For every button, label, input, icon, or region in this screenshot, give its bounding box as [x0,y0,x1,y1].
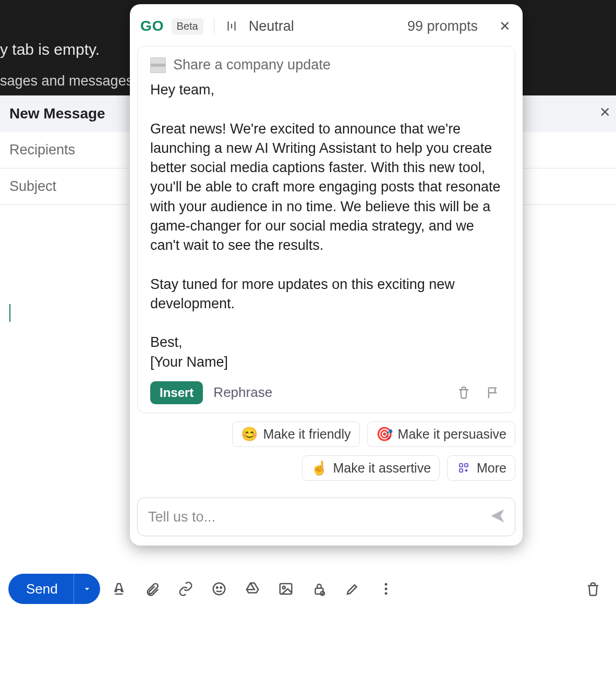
confidential-mode-icon[interactable] [305,574,334,603]
compose-minimize-icon[interactable]: ✕ [599,104,611,120]
more-label: More [477,461,506,476]
prompts-remaining[interactable]: 99 prompts [407,18,478,34]
prompt-input[interactable] [148,509,489,525]
send-button[interactable]: Send [8,574,74,604]
discard-draft-icon[interactable] [578,574,608,603]
flag-response-icon[interactable] [484,383,502,402]
response-body: Hey team, Great news! We're excited to a… [150,80,502,372]
insert-signature-icon[interactable] [338,574,367,603]
send-prompt-icon[interactable] [489,507,506,527]
make-friendly-label: Make it friendly [263,427,351,442]
make-assertive-label: Make it assertive [333,461,431,476]
go-logo: GO [140,18,164,34]
banner-line-2: sages and messages t [0,73,141,89]
svg-rect-11 [465,464,468,467]
subject-placeholder: Subject [9,178,56,195]
send-button-group: Send [8,574,100,604]
more-actions-button[interactable]: More [447,455,515,481]
target-icon: 🎯 [376,426,393,442]
text-format-icon[interactable] [104,574,134,603]
banner-line-1: y tab is empty. [0,41,100,58]
svg-point-2 [220,587,222,588]
quick-actions-row-2: ☝️ Make it assertive More [137,455,515,481]
assistant-panel: GO Beta Neutral 99 prompts ✕ Share a com… [130,4,523,546]
make-assertive-button[interactable]: ☝️ Make it assertive [302,455,440,481]
compose-body[interactable] [9,304,10,322]
assistant-header: GO Beta Neutral 99 prompts ✕ [137,11,515,41]
quick-actions-row-1: 😊 Make it friendly 🎯 Make it persuasive [137,421,515,447]
insert-button[interactable]: Insert [150,381,203,404]
smile-icon: 😊 [241,426,258,442]
delete-response-icon[interactable] [454,383,473,402]
make-persuasive-button[interactable]: 🎯 Make it persuasive [367,421,515,447]
text-cursor [9,304,10,322]
divider [214,18,214,34]
grid-icon [456,460,472,476]
pointing-icon: ☝️ [311,460,328,476]
more-options-icon[interactable] [371,574,401,603]
make-persuasive-label: Make it persuasive [398,427,506,442]
svg-point-0 [213,583,225,595]
svg-point-7 [384,583,387,586]
response-title-row: Share a company update [150,57,502,73]
newspaper-icon [150,57,166,73]
insert-drive-icon[interactable] [238,574,267,603]
svg-rect-3 [280,584,292,594]
recipients-placeholder: Recipients [9,142,75,158]
compose-title: New Message [9,105,105,122]
svg-point-9 [384,592,387,595]
insert-emoji-icon[interactable] [204,574,234,603]
response-card: Share a company update Hey team, Great n… [137,46,515,413]
insert-photo-icon[interactable] [271,574,300,603]
make-friendly-button[interactable]: 😊 Make it friendly [232,421,359,447]
tone-label[interactable]: Neutral [249,18,294,34]
beta-badge: Beta [172,18,203,34]
svg-point-8 [384,588,387,590]
send-dropdown[interactable] [74,574,100,604]
prompt-input-box[interactable] [137,498,515,536]
tone-adjust-icon[interactable] [225,19,238,33]
rephrase-button[interactable]: Rephrase [213,384,272,401]
attach-file-icon[interactable] [138,574,167,603]
response-actions: Insert Rephrase [150,381,502,404]
insert-link-icon[interactable] [171,574,200,603]
compose-toolbar: Send [8,572,608,606]
close-icon[interactable]: ✕ [494,18,515,34]
svg-rect-10 [460,464,463,467]
svg-point-1 [216,587,218,588]
svg-rect-12 [460,469,463,472]
response-title: Share a company update [173,57,331,73]
svg-point-4 [282,586,285,589]
